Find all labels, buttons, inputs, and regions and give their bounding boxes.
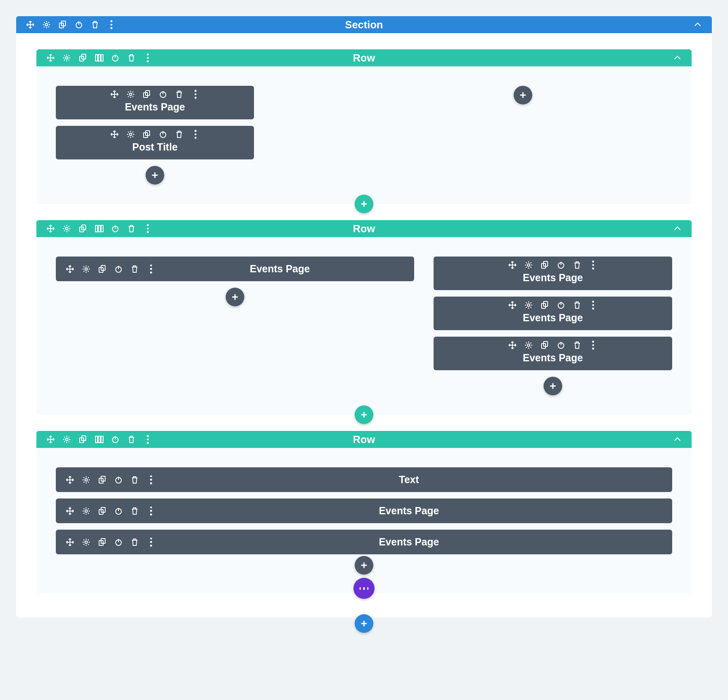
collapse-icon[interactable] bbox=[693, 20, 702, 29]
power-icon[interactable] bbox=[159, 130, 167, 139]
power-icon[interactable] bbox=[114, 507, 123, 515]
module[interactable]: Events Page bbox=[56, 257, 414, 281]
gear-icon[interactable] bbox=[524, 341, 533, 350]
move-icon[interactable] bbox=[66, 265, 74, 274]
power-icon[interactable] bbox=[159, 90, 167, 99]
more-icon[interactable] bbox=[143, 435, 152, 444]
gear-icon[interactable] bbox=[62, 224, 71, 233]
power-icon[interactable] bbox=[557, 261, 565, 269]
duplicate-icon[interactable] bbox=[58, 20, 67, 29]
duplicate-icon[interactable] bbox=[78, 435, 87, 444]
add-row-button[interactable] bbox=[355, 195, 373, 213]
more-icon[interactable] bbox=[589, 261, 598, 269]
gear-icon[interactable] bbox=[82, 265, 91, 274]
columns-icon[interactable] bbox=[95, 435, 104, 444]
more-icon[interactable] bbox=[589, 341, 598, 350]
duplicate-icon[interactable] bbox=[142, 130, 151, 139]
module[interactable]: Events Page bbox=[434, 257, 672, 290]
duplicate-icon[interactable] bbox=[98, 507, 107, 515]
collapse-icon[interactable] bbox=[673, 224, 682, 233]
trash-icon[interactable] bbox=[573, 261, 582, 269]
columns-icon[interactable] bbox=[95, 224, 104, 233]
more-icon[interactable] bbox=[146, 475, 155, 484]
more-icon[interactable] bbox=[589, 301, 598, 310]
duplicate-icon[interactable] bbox=[142, 90, 151, 99]
move-icon[interactable] bbox=[46, 224, 55, 233]
trash-icon[interactable] bbox=[91, 20, 99, 29]
duplicate-icon[interactable] bbox=[78, 224, 87, 233]
module[interactable]: Text bbox=[56, 467, 672, 492]
duplicate-icon[interactable] bbox=[78, 53, 87, 62]
collapse-icon[interactable] bbox=[673, 53, 682, 62]
add-module-button[interactable] bbox=[226, 288, 244, 306]
move-icon[interactable] bbox=[66, 507, 74, 515]
more-icon[interactable] bbox=[146, 538, 155, 547]
power-icon[interactable] bbox=[111, 435, 120, 444]
trash-icon[interactable] bbox=[130, 538, 139, 547]
move-icon[interactable] bbox=[46, 53, 55, 62]
more-icon[interactable] bbox=[107, 20, 116, 29]
power-icon[interactable] bbox=[114, 538, 123, 547]
duplicate-icon[interactable] bbox=[98, 265, 107, 274]
move-icon[interactable] bbox=[508, 341, 517, 350]
move-icon[interactable] bbox=[110, 130, 119, 139]
power-icon[interactable] bbox=[114, 475, 123, 484]
more-icon[interactable] bbox=[146, 265, 155, 274]
move-icon[interactable] bbox=[66, 475, 74, 484]
trash-icon[interactable] bbox=[130, 475, 139, 484]
columns-icon[interactable] bbox=[95, 53, 104, 62]
duplicate-icon[interactable] bbox=[540, 341, 549, 350]
power-icon[interactable] bbox=[74, 20, 83, 29]
duplicate-icon[interactable] bbox=[540, 261, 549, 269]
module[interactable]: Events Page bbox=[434, 297, 672, 330]
trash-icon[interactable] bbox=[573, 301, 582, 310]
trash-icon[interactable] bbox=[130, 507, 139, 515]
trash-icon[interactable] bbox=[130, 265, 139, 274]
module[interactable]: Events Page bbox=[434, 337, 672, 370]
gear-icon[interactable] bbox=[42, 20, 51, 29]
gear-icon[interactable] bbox=[82, 475, 91, 484]
gear-icon[interactable] bbox=[126, 90, 135, 99]
duplicate-icon[interactable] bbox=[98, 475, 107, 484]
more-icon[interactable] bbox=[143, 224, 152, 233]
duplicate-icon[interactable] bbox=[540, 301, 549, 310]
add-section-button[interactable] bbox=[355, 614, 373, 633]
module[interactable]: Events Page bbox=[56, 530, 672, 554]
power-icon[interactable] bbox=[557, 301, 565, 310]
more-icon[interactable] bbox=[191, 90, 200, 99]
power-icon[interactable] bbox=[111, 224, 120, 233]
add-module-button[interactable] bbox=[514, 86, 532, 104]
more-icon[interactable] bbox=[143, 53, 152, 62]
trash-icon[interactable] bbox=[127, 53, 136, 62]
gear-icon[interactable] bbox=[524, 301, 533, 310]
gear-icon[interactable] bbox=[62, 435, 71, 444]
module[interactable]: Events Page bbox=[56, 498, 672, 523]
add-row-button[interactable] bbox=[355, 405, 373, 424]
move-icon[interactable] bbox=[46, 435, 55, 444]
trash-icon[interactable] bbox=[127, 435, 136, 444]
trash-icon[interactable] bbox=[175, 90, 184, 99]
trash-icon[interactable] bbox=[573, 341, 582, 350]
move-icon[interactable] bbox=[508, 261, 517, 269]
gear-icon[interactable] bbox=[82, 507, 91, 515]
collapse-icon[interactable] bbox=[673, 435, 682, 444]
gear-icon[interactable] bbox=[126, 130, 135, 139]
trash-icon[interactable] bbox=[127, 224, 136, 233]
add-module-button[interactable] bbox=[355, 556, 373, 575]
trash-icon[interactable] bbox=[175, 130, 184, 139]
more-icon[interactable] bbox=[191, 130, 200, 139]
move-icon[interactable] bbox=[66, 538, 74, 547]
power-icon[interactable] bbox=[111, 53, 120, 62]
gear-icon[interactable] bbox=[82, 538, 91, 547]
duplicate-icon[interactable] bbox=[98, 538, 107, 547]
gear-icon[interactable] bbox=[62, 53, 71, 62]
gear-icon[interactable] bbox=[524, 261, 533, 269]
add-module-button[interactable] bbox=[146, 166, 164, 185]
power-icon[interactable] bbox=[114, 265, 123, 274]
module[interactable]: Post Title bbox=[56, 126, 254, 159]
power-icon[interactable] bbox=[557, 341, 565, 350]
more-icon[interactable] bbox=[146, 507, 155, 515]
module[interactable]: Events Page bbox=[56, 86, 254, 119]
move-icon[interactable] bbox=[110, 90, 119, 99]
move-icon[interactable] bbox=[26, 20, 35, 29]
